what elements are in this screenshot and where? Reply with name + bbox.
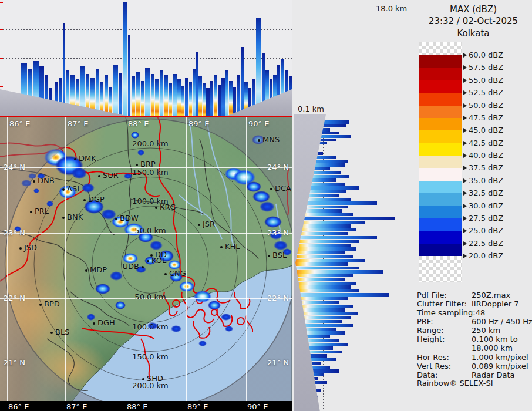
latitude-label-left: 24° N (4, 163, 25, 171)
colorbar-boundary-label: 47.5 dBZ (469, 113, 503, 122)
city-dot (220, 246, 223, 248)
colorbar-boundary-label: 35.0 dBZ (469, 176, 503, 185)
info-row: Height:0.100 km to (417, 335, 532, 343)
info-value: 250Z.max (472, 291, 510, 299)
echo-row (295, 270, 383, 274)
info-label: Height: (417, 335, 445, 343)
echo-row (295, 289, 359, 292)
echo-row (295, 297, 348, 300)
colorbar-band (419, 181, 462, 194)
echo-row (295, 232, 348, 235)
city-dot (62, 188, 65, 191)
info-row: Hor Res:1.000 km/pixel (417, 353, 532, 362)
city-label: KOL (151, 256, 166, 265)
echo-row (295, 228, 356, 231)
longitude-label-top: 87° E (68, 119, 88, 128)
echo-column (221, 78, 225, 116)
city-label: BNK (67, 213, 83, 221)
ew-profile-bars (0, 0, 292, 116)
latitude-label-right: 24° N (262, 163, 289, 171)
echo-column (141, 81, 144, 116)
echo-column (109, 87, 112, 116)
echo-row (295, 282, 356, 285)
echo-column (173, 74, 177, 116)
city-dot (50, 332, 53, 334)
city-label: KRG (160, 203, 176, 211)
city-dot (98, 175, 100, 177)
dbz-colorbar (419, 42, 462, 282)
info-value: IIRDoppler 7 (472, 299, 519, 308)
city-dot (270, 188, 272, 190)
echo-row (295, 293, 389, 297)
colorbar-above-max (419, 42, 462, 55)
city-label: DCA (275, 184, 291, 193)
echo-column (96, 69, 99, 116)
colorbar-boundary-label: 60.0 dBZ (469, 50, 503, 59)
echo-column (214, 75, 217, 116)
longitude-line (246, 116, 247, 401)
echo-column (151, 74, 154, 116)
range-ring-label: 150.0 km (118, 352, 183, 361)
colorbar-band (419, 93, 462, 106)
echo-column (169, 83, 172, 116)
latitude-label-left: 22° N (4, 294, 25, 302)
colorbar-band (419, 106, 462, 119)
info-row: Data:Radar Data (417, 370, 532, 379)
echo-column (203, 83, 206, 116)
city-label: BDW (120, 214, 139, 223)
colorbar-tick-arrow (463, 65, 467, 70)
city-label: BSL (272, 251, 287, 260)
echo-row (295, 221, 365, 224)
colorbar-band (419, 55, 462, 68)
echo-column (185, 78, 188, 116)
info-row: Pdf File:250Z.max (417, 291, 532, 299)
city-label: MDP (90, 265, 107, 274)
echo-column (145, 68, 150, 116)
colorbar-boundary-label: 55.0 dBZ (469, 76, 503, 85)
colorbar-band (419, 206, 462, 219)
info-value: 0.089 km/pixel (472, 362, 528, 370)
colorbar-tick-arrow (463, 90, 467, 95)
echo-column (233, 87, 236, 116)
city-dot (39, 304, 42, 306)
colorbar-tick-arrow (463, 153, 467, 158)
city-label: ASL (67, 184, 81, 193)
colorbar-boundary-label: 37.5 dBZ (469, 163, 503, 172)
echo-row (295, 274, 353, 277)
colorbar-boundary-label: 30.0 dBZ (469, 201, 503, 210)
colorbar-tick-arrow (463, 103, 467, 108)
colorbar-tick-arrow (463, 191, 467, 196)
info-value: 1.000 km/pixel (472, 353, 528, 362)
info-row: Range:250 km (417, 326, 532, 335)
echo-column (136, 72, 140, 116)
colorbar-tick-arrow (463, 228, 467, 233)
echo-column (218, 85, 221, 116)
latitude-label-right: 22° N (262, 294, 289, 302)
echo-row (295, 305, 353, 308)
height-axis-tick (0, 2, 3, 3)
height-axis-tick (0, 86, 3, 87)
ns-height-profile-panel (292, 114, 415, 411)
latitude-label-right: 21° N (262, 358, 289, 367)
map-top-border-line (0, 116, 292, 117)
colorbar-tick-arrow (463, 216, 467, 221)
echo-column (237, 75, 240, 116)
colorbar-band (419, 143, 462, 156)
city-label: DGH (97, 318, 115, 327)
info-label: PRF: (417, 317, 433, 326)
city-dot (19, 247, 22, 250)
colorbar-tick-arrow (463, 78, 467, 83)
city-label: BLS (55, 328, 69, 336)
longitude-label-bottom: 87° E (66, 402, 87, 411)
info-row: 18.000 km (417, 343, 532, 352)
city-dot (142, 266, 144, 268)
info-value: 600 Hz / 450 Hz (472, 317, 532, 326)
info-row: PRF:600 Hz / 450 Hz (417, 317, 532, 326)
echo-column (189, 82, 192, 116)
echo-column (113, 65, 118, 116)
city-dot (198, 224, 200, 226)
colorbar-band (419, 130, 462, 143)
echo-column (229, 81, 233, 116)
colorbar-boundary-label: 57.5 dBZ (469, 63, 503, 72)
longitude-label-top: 86° E (9, 119, 30, 128)
